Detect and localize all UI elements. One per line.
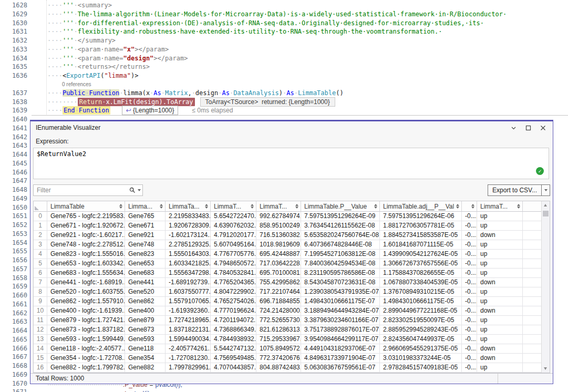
chevron-down-icon[interactable] bbox=[508, 123, 519, 132]
table-cell[interactable]: 3.9540984664299117E-07 bbox=[301, 335, 380, 344]
row-number[interactable]: 13 bbox=[34, 335, 47, 344]
table-cell[interactable]: -0.... bbox=[462, 306, 477, 316]
table-cell[interactable]: 1.4399090542127624E-05 bbox=[380, 250, 462, 259]
table-cell[interactable]: up bbox=[477, 221, 523, 231]
table-cell[interactable]: Gene882 bbox=[125, 363, 166, 373]
column-header[interactable]: LimmaTable.adj__P__Val bbox=[380, 201, 462, 212]
table-cell[interactable]: 696.71884855... bbox=[256, 297, 301, 306]
table-cell[interactable]: 4.7070443857... bbox=[211, 363, 256, 373]
table-cell[interactable]: 2.2785129325... bbox=[166, 240, 211, 250]
table-cell[interactable]: Gene653 - logfc:1.603342... bbox=[47, 259, 125, 269]
table-cell[interactable]: Gene823 - logfc:1.555016... bbox=[47, 250, 125, 259]
table-cell[interactable]: 1018.9819609... bbox=[256, 240, 301, 250]
table-cell[interactable]: -0.... bbox=[462, 250, 477, 259]
table-cell[interactable]: 4.6390762032... bbox=[211, 221, 256, 231]
table-cell[interactable]: up bbox=[477, 269, 523, 278]
filter-icons[interactable] bbox=[129, 185, 141, 195]
table-cell[interactable]: Gene765 bbox=[125, 212, 166, 221]
table-cell[interactable]: 715.29533967... bbox=[256, 335, 301, 344]
table-cell[interactable]: 2.9782845157409183E-05 bbox=[380, 363, 462, 373]
table-cell[interactable]: 1.2390380543791935E-07 bbox=[301, 287, 380, 297]
filter-input[interactable] bbox=[34, 185, 142, 195]
table-cell[interactable]: 1.6037550777... bbox=[166, 287, 211, 297]
table-cell[interactable]: Gene354 - logfc:-1.72708... bbox=[47, 354, 125, 363]
table-cell[interactable]: Gene520 - logfc:1.603755... bbox=[47, 287, 125, 297]
table-cell[interactable]: 4.7770196624... bbox=[211, 306, 256, 316]
table-cell[interactable]: up bbox=[477, 250, 523, 259]
table-cell[interactable]: 716.51360382... bbox=[256, 231, 301, 240]
code-area[interactable]: ····'''·<summary>····'''·The·limma·algor… bbox=[47, 1, 507, 115]
table-cell[interactable]: 5.063083676759561E-07 bbox=[301, 363, 380, 373]
table-cell[interactable]: 5.5442747132... bbox=[211, 344, 256, 354]
table-cell[interactable]: Gene873 bbox=[125, 325, 166, 335]
table-cell[interactable]: up bbox=[477, 240, 523, 250]
row-number[interactable]: 4 bbox=[34, 250, 47, 259]
table-cell[interactable]: Gene671 - logfc:1.920672... bbox=[47, 221, 125, 231]
sort-icon[interactable] bbox=[251, 204, 254, 209]
row-number[interactable]: 7 bbox=[34, 278, 47, 287]
table-cell[interactable]: 1.5550164303... bbox=[166, 250, 211, 259]
table-cell[interactable]: Gene879 bbox=[125, 316, 166, 325]
table-cell[interactable]: -1.619392360... bbox=[166, 306, 211, 316]
row-number[interactable]: 0 bbox=[34, 212, 47, 221]
table-cell[interactable]: 3.7517388928876017E-07 bbox=[301, 325, 380, 335]
column-header[interactable]: LimmaT... bbox=[477, 201, 523, 212]
column-header[interactable]: LimmaT... bbox=[256, 201, 301, 212]
scrollbar-thumb[interactable] bbox=[543, 211, 549, 216]
table-cell[interactable]: 8.231190595786586E-08 bbox=[301, 269, 380, 278]
table-cell[interactable]: 4.7765204365... bbox=[211, 278, 256, 287]
row-number[interactable]: 16 bbox=[34, 363, 47, 373]
table-cell[interactable]: 3.03101983373244E-05 bbox=[380, 354, 462, 363]
table-cell[interactable]: 695.70100081... bbox=[256, 269, 301, 278]
table-cell[interactable]: 755.42995862... bbox=[256, 278, 301, 287]
table-cell[interactable]: 1.0678807338404539E-05 bbox=[380, 278, 462, 287]
table-cell[interactable]: 1.881727063057781E-05 bbox=[380, 221, 462, 231]
table-cell[interactable]: up bbox=[477, 335, 523, 344]
column-header[interactable]: LimmaTable.P__Value bbox=[301, 201, 380, 212]
column-header[interactable]: LimmaTable bbox=[47, 201, 125, 212]
table-cell[interactable]: 1.5556347298... bbox=[166, 269, 211, 278]
table-cell[interactable]: 717.22107464... bbox=[256, 287, 301, 297]
table-cell[interactable]: 4.7368866349... bbox=[211, 325, 256, 335]
table-cell[interactable]: 8.543045870723631E-08 bbox=[301, 278, 380, 287]
table-cell[interactable]: -0.... bbox=[462, 344, 477, 354]
table-cell[interactable]: 2.823302519550097E-05 bbox=[380, 316, 462, 325]
table-cell[interactable]: -0.... bbox=[462, 240, 477, 250]
table-cell[interactable]: up bbox=[477, 297, 523, 306]
table-cell[interactable]: Gene671 bbox=[125, 221, 166, 231]
row-number[interactable]: 14 bbox=[34, 344, 47, 354]
table-cell[interactable]: 4.7912020177... bbox=[211, 231, 256, 240]
table-cell[interactable]: -0.... bbox=[462, 221, 477, 231]
sort-icon[interactable] bbox=[205, 204, 208, 209]
table-cell[interactable]: Gene653 bbox=[125, 259, 166, 269]
table-cell[interactable]: 992.62784974... bbox=[256, 212, 301, 221]
table-cell[interactable]: 804.88742483... bbox=[256, 363, 301, 373]
table-cell[interactable]: down bbox=[477, 354, 523, 363]
table-cell[interactable]: 1.5579107065... bbox=[166, 297, 211, 306]
table-cell[interactable]: 1.601841687071115E-05 bbox=[380, 240, 462, 250]
sort-icon[interactable] bbox=[160, 204, 163, 209]
row-number[interactable]: 6 bbox=[34, 269, 47, 278]
table-cell[interactable]: 858.95100249... bbox=[256, 221, 301, 231]
table-cell[interactable]: 1.498430106661175E-05 bbox=[380, 297, 462, 306]
column-header[interactable]: LimmaTa... bbox=[166, 201, 211, 212]
table-cell[interactable]: 1.498430106661175E-07 bbox=[301, 297, 380, 306]
maximize-icon[interactable] bbox=[522, 123, 534, 132]
row-number[interactable]: 1 bbox=[34, 221, 47, 231]
table-cell[interactable]: 4.7652754026... bbox=[211, 297, 256, 306]
row-number[interactable]: 2 bbox=[34, 231, 47, 240]
column-header[interactable]: Limma... bbox=[125, 201, 166, 212]
sort-icon[interactable] bbox=[471, 204, 474, 209]
table-cell[interactable]: 6.40736674828446E-08 bbox=[301, 240, 380, 250]
row-number[interactable]: 15 bbox=[34, 354, 47, 363]
table-cell[interactable]: down bbox=[477, 231, 523, 240]
table-cell[interactable]: 4.849631733971904E-07 bbox=[301, 354, 380, 363]
table-cell[interactable]: 2.2195833483... bbox=[166, 212, 211, 221]
row-number[interactable]: 8 bbox=[34, 287, 47, 297]
table-cell[interactable]: Gene748 - logfc:2.278512... bbox=[47, 240, 125, 250]
table-cell[interactable]: 4.7840532841... bbox=[211, 269, 256, 278]
column-header[interactable] bbox=[462, 201, 477, 212]
table-cell[interactable]: 1.6033421825... bbox=[166, 259, 211, 269]
table-cell[interactable]: 695.42448887... bbox=[256, 250, 301, 259]
sort-icon[interactable] bbox=[295, 204, 298, 209]
